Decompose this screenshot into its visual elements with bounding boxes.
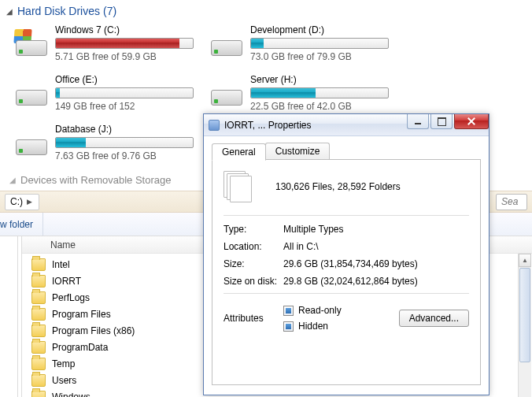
checkbox-icon <box>283 306 294 316</box>
drive-label: Windows 7 (C:) <box>55 24 206 38</box>
vertical-scrollbar[interactable]: ▲ <box>518 254 531 397</box>
hdd-section-title: Hard Disk Drives <box>17 5 100 17</box>
drive-free-space: 149 GB free of 152 <box>55 101 206 112</box>
drive-label: Development (D:) <box>250 24 401 38</box>
tab-general[interactable]: General <box>212 143 266 161</box>
usage-bar <box>250 87 389 98</box>
file-name: IORRT <box>52 276 81 287</box>
location-value: All in C:\ <box>283 241 469 252</box>
tab-customize[interactable]: Customize <box>265 143 331 159</box>
folder-icon <box>31 391 46 398</box>
search-placeholder: Sea <box>501 196 518 207</box>
type-value: Multiple Types <box>283 224 469 235</box>
file-name: Program Files <box>52 309 111 320</box>
size-label: Size: <box>224 258 283 269</box>
drive-free-space: 7.63 GB free of 9.76 GB <box>55 150 206 161</box>
file-name: PerfLogs <box>52 292 90 303</box>
usage-bar <box>55 137 194 148</box>
readonly-checkbox[interactable]: Read-only <box>283 305 342 316</box>
file-name: Intel <box>52 259 70 270</box>
size-on-disk-label: Size on disk: <box>224 276 283 287</box>
summary-count: 130,626 Files, 28,592 Folders <box>275 181 401 192</box>
minimize-button[interactable] <box>407 114 429 129</box>
properties-icon <box>209 120 220 131</box>
maximize-button[interactable] <box>430 114 453 129</box>
folder-icon <box>31 291 46 304</box>
folder-icon <box>31 358 46 370</box>
hdd-section-count: (7) <box>103 5 116 17</box>
multiple-files-icon <box>224 171 252 202</box>
drive-item[interactable]: Office (E:) 149 GB free of 152 <box>13 72 208 121</box>
breadcrumb-text: C:) <box>10 196 23 207</box>
drive-icon <box>14 79 49 107</box>
advanced-button[interactable]: Advanced... <box>399 310 469 327</box>
dialog-title: IORRT, ... Properties <box>224 120 311 131</box>
collapse-triangle-icon: ◢ <box>6 7 13 16</box>
scroll-up-button[interactable]: ▲ <box>519 254 531 267</box>
folder-icon <box>31 374 46 387</box>
hdd-section-header[interactable]: ◢ Hard Disk Drives (7) <box>3 3 529 22</box>
drive-label: Database (J:) <box>55 124 206 137</box>
drive-item[interactable]: Database (J:) 7.63 GB free of 9.76 GB <box>13 121 208 171</box>
tree-splitter[interactable] <box>17 236 18 397</box>
file-name: ProgramData <box>52 342 108 353</box>
new-folder-button[interactable]: w folder <box>0 213 43 236</box>
drive-free-space: 22.5 GB free of 42.0 GB <box>250 101 401 112</box>
folder-icon <box>31 341 46 354</box>
drive-item[interactable]: Windows 7 (C:) 5.71 GB free of 59.9 GB <box>13 22 208 72</box>
scroll-thumb[interactable] <box>519 268 530 362</box>
properties-dialog: IORRT, ... Properties General Customize <box>203 113 490 395</box>
drive-item[interactable]: Development (D:) 73.0 GB free of 79.9 GB <box>208 22 403 72</box>
attributes-label: Attributes <box>224 313 283 324</box>
checkbox-icon <box>283 321 294 332</box>
folder-icon <box>31 275 46 288</box>
file-name: Users <box>52 375 76 386</box>
hidden-checkbox[interactable]: Hidden <box>283 321 342 332</box>
file-name: Program Files (x86) <box>52 325 135 336</box>
dialog-titlebar[interactable]: IORRT, ... Properties <box>204 114 489 136</box>
breadcrumb[interactable]: C:) ▶ <box>5 194 39 210</box>
size-on-disk-value: 29.8 GB (32,024,612,864 bytes) <box>283 276 469 287</box>
file-name: Temp <box>52 358 75 369</box>
type-label: Type: <box>224 224 283 235</box>
drive-free-space: 5.71 GB free of 59.9 GB <box>55 51 206 62</box>
drive-free-space: 73.0 GB free of 79.9 GB <box>250 51 401 62</box>
close-button[interactable] <box>454 114 489 129</box>
usage-bar <box>55 87 194 98</box>
drive-label: Server (H:) <box>250 74 401 87</box>
folder-icon <box>31 258 46 271</box>
usage-bar <box>250 38 389 49</box>
usage-bar <box>55 38 194 49</box>
drive-icon <box>209 29 244 58</box>
collapse-triangle-icon: ◢ <box>9 176 16 184</box>
location-label: Location: <box>224 241 283 252</box>
drive-icon <box>209 79 244 107</box>
drive-icon <box>14 128 49 157</box>
size-value: 29.6 GB (31,854,734,469 bytes) <box>283 258 469 269</box>
search-input[interactable]: Sea <box>496 194 527 210</box>
drive-icon <box>14 29 49 58</box>
file-name: Windows <box>52 391 91 398</box>
removable-section-title: Devices with Removable Storage <box>20 174 171 186</box>
folder-icon <box>31 325 46 337</box>
drive-label: Office (E:) <box>55 74 206 87</box>
chevron-right-icon: ▶ <box>27 198 32 206</box>
folder-icon <box>31 308 46 321</box>
